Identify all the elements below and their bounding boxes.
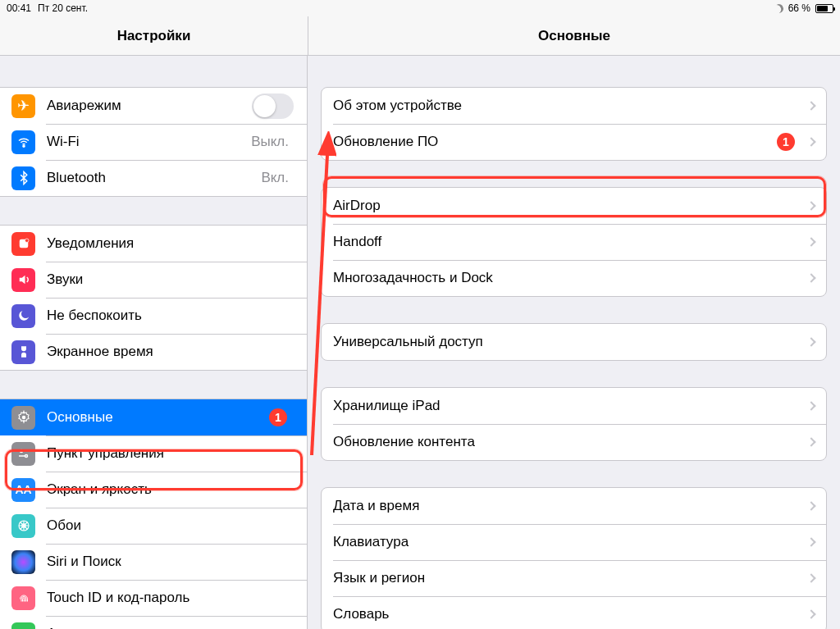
svg-point-2 [25,239,29,243]
row-label: Дата и время [333,498,801,514]
chevron-right-icon [806,237,815,246]
chevron-right-icon [806,501,815,510]
settings-sidebar: ✈︎ Авиарежим Wi-Fi Выкл. Bluetooth Вкл. … [0,56,308,629]
sidebar-item-dnd[interactable]: Не беспокоить [0,298,307,334]
battery-menu-icon [11,622,35,630]
status-time: 00:41 [7,2,31,14]
display-icon: AA [11,478,35,502]
sidebar-item-label: Основные [47,409,269,426]
sidebar-item-label: Bluetooth [47,170,261,186]
sidebar-item-sounds[interactable]: Звуки [0,262,307,298]
chevron-right-icon [806,537,815,546]
row-label: Обновление контента [333,434,801,450]
chevron-right-icon [806,573,815,582]
sidebar-item-wifi[interactable]: Wi-Fi Выкл. [0,124,307,160]
main-title: Основные [308,16,840,55]
siri-icon [11,550,35,574]
sidebar-title: Настройки [0,16,308,55]
sidebar-item-notifications[interactable]: Уведомления [0,226,307,262]
row-label: Об этом устройстве [333,98,801,114]
sidebar-item-label: Аккумулятор [47,626,294,629]
sidebar-item-touchid[interactable]: Touch ID и код-пароль [0,580,307,616]
chevron-right-icon [806,337,815,346]
sidebar-item-screentime[interactable]: Экранное время [0,334,307,370]
row-handoff[interactable]: Handoff [322,224,826,260]
chevron-right-icon [806,609,815,618]
bluetooth-icon [11,166,35,190]
sidebar-item-label: Уведомления [47,235,294,252]
sidebar-item-display[interactable]: AA Экран и яркость [0,472,307,508]
sidebar-item-label: Экранное время [47,344,294,360]
row-bg-refresh[interactable]: Обновление контента [322,424,826,460]
row-label: Универсальный доступ [333,334,801,350]
row-multitasking[interactable]: Многозадачность и Dock [322,260,826,296]
chevron-right-icon [806,437,815,446]
sidebar-item-battery[interactable]: Аккумулятор [0,616,307,629]
control-center-icon [11,442,35,466]
row-airdrop[interactable]: AirDrop [322,188,826,224]
row-storage[interactable]: Хранилище iPad [322,388,826,424]
row-label: Словарь [333,606,801,622]
row-software-update[interactable]: Обновление ПО 1 [322,124,826,160]
chevron-right-icon [806,273,815,282]
sidebar-item-label: Звуки [47,271,294,288]
row-label: Хранилище iPad [333,398,801,414]
dnd-moon-icon [773,2,784,14]
row-label: Обновление ПО [333,134,777,150]
sidebar-item-label: Siri и Поиск [47,554,294,570]
sidebar-item-siri[interactable]: Siri и Поиск [0,544,307,580]
touchid-icon [11,586,35,610]
sidebar-item-label: Экран и яркость [47,481,294,498]
status-date: Пт 20 сент. [38,2,88,14]
airplane-toggle[interactable] [252,93,294,119]
svg-point-4 [20,450,22,453]
general-badge: 1 [269,408,287,426]
sidebar-item-label: Пункт управления [47,445,294,462]
battery-percent: 66 % [788,2,810,14]
svg-point-5 [25,455,27,458]
wifi-value: Выкл. [251,134,289,150]
chevron-right-icon [806,137,815,146]
airplane-icon: ✈︎ [11,94,35,118]
sidebar-item-label: Авиарежим [47,98,252,114]
row-keyboard[interactable]: Клавиатура [322,524,826,560]
row-label: AirDrop [333,198,801,214]
battery-icon [815,4,833,13]
dnd-icon [11,304,35,328]
row-label: Клавиатура [333,534,801,550]
row-language[interactable]: Язык и регион [322,560,826,596]
bluetooth-value: Вкл. [261,170,289,186]
row-datetime[interactable]: Дата и время [322,488,826,524]
sidebar-item-wallpaper[interactable]: Обои [0,508,307,544]
wallpaper-icon [11,514,35,538]
gear-icon [11,406,35,430]
screentime-icon [11,340,35,364]
sidebar-item-label: Не беспокоить [47,308,294,324]
svg-point-0 [22,145,24,147]
row-label: Handoff [333,234,801,250]
row-dictionary[interactable]: Словарь [322,596,826,629]
status-bar: 00:41 Пт 20 сент. 66 % [0,0,840,16]
sidebar-item-label: Обои [47,517,294,534]
sidebar-item-label: Touch ID и код-пароль [47,590,294,606]
sidebar-item-general[interactable]: Основные 1 [0,399,307,435]
row-about[interactable]: Об этом устройстве [322,88,826,124]
nav-titles: Настройки Основные [0,16,840,56]
sidebar-item-label: Wi-Fi [47,134,251,150]
sidebar-item-airplane[interactable]: ✈︎ Авиарежим [0,88,307,124]
wifi-icon [11,130,35,154]
sidebar-item-control-center[interactable]: Пункт управления [0,435,307,472]
chevron-right-icon [806,401,815,410]
row-accessibility[interactable]: Универсальный доступ [322,324,826,360]
row-label: Язык и регион [333,570,801,586]
row-label: Многозадачность и Dock [333,270,801,286]
update-badge: 1 [777,133,795,151]
chevron-right-icon [806,201,815,210]
svg-point-3 [21,416,25,420]
sounds-icon [11,268,35,292]
chevron-right-icon [806,101,815,110]
sidebar-item-bluetooth[interactable]: Bluetooth Вкл. [0,160,307,196]
notifications-icon [11,232,35,256]
general-settings-panel: Об этом устройстве Обновление ПО 1 AirDr… [308,56,840,629]
